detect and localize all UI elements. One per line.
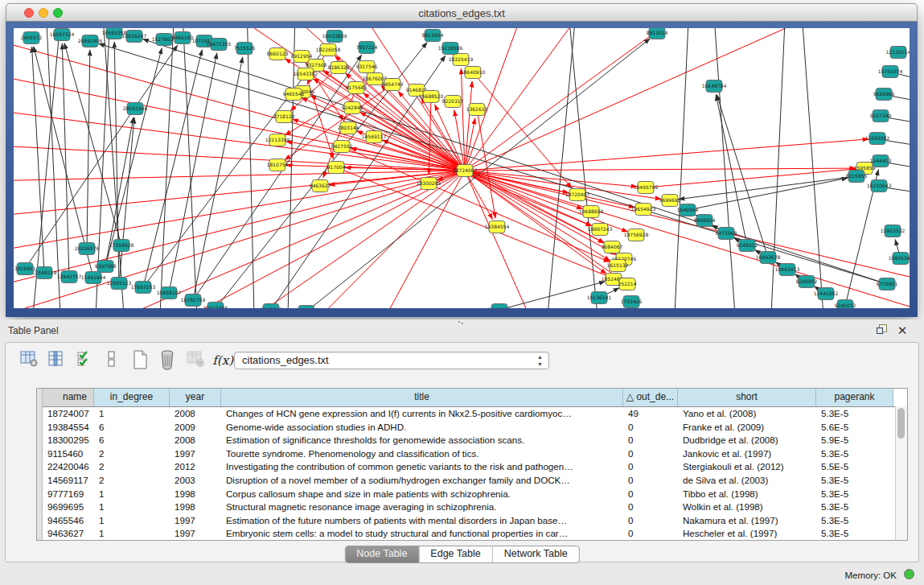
graph-node[interactable]: 12213399 — [265, 134, 290, 146]
scrollbar-thumb[interactable] — [897, 408, 905, 439]
table-row[interactable]: 946554611997Estimation of the future num… — [43, 513, 896, 527]
graph-node[interactable]: 12441052 — [814, 288, 839, 300]
graph-node[interactable]: 8958924 — [694, 215, 716, 227]
show-column-button[interactable] — [44, 349, 68, 372]
column-header-out_de[interactable]: △ out_de... — [623, 389, 678, 406]
graph-node[interactable]: 20206576 — [75, 243, 100, 255]
create-column-button[interactable] — [128, 349, 152, 372]
graph-node[interactable]: 24501232 — [487, 304, 512, 309]
network-canvas[interactable]: 1872400786601238912954182260589327508818… — [14, 28, 910, 308]
graph-node[interactable]: 28053346 — [123, 103, 148, 115]
graph-node[interactable]: 8454749 — [382, 79, 404, 91]
graph-node[interactable]: 9227349 — [870, 110, 892, 122]
graph-node[interactable]: 10958107 — [157, 287, 182, 299]
graph-node[interactable]: 16993678 — [756, 252, 781, 264]
table-row[interactable]: 977716911998Corpus callosum shape and si… — [43, 487, 896, 501]
graph-node[interactable]: 13942757 — [57, 271, 82, 283]
graph-node[interactable]: 1615132 — [607, 260, 629, 272]
graph-node[interactable]: 2405572 — [21, 32, 43, 44]
graph-node[interactable]: 18640910 — [461, 67, 486, 79]
graph-node[interactable]: 17359928 — [109, 240, 134, 252]
graph-node[interactable]: 9862902 — [296, 306, 318, 309]
graph-node[interactable]: 252214 — [618, 278, 637, 290]
graph-node[interactable]: 8813054 — [422, 30, 444, 42]
column-header-short[interactable]: short — [678, 389, 816, 406]
table-row[interactable]: 1938455462009Genome-wide association stu… — [43, 420, 896, 434]
table-select-dropdown[interactable]: citations_edges.txt ▲▼ — [234, 352, 549, 369]
float-panel-icon[interactable] — [874, 323, 889, 338]
graph-node[interactable]: 12923466 — [203, 303, 228, 309]
graph-node[interactable]: 8466160 — [172, 32, 194, 44]
graph-node[interactable]: 2718120 — [273, 111, 295, 123]
graph-node[interactable]: 9245072 — [835, 300, 856, 309]
column-header-title[interactable]: title — [221, 389, 623, 406]
graph-node[interactable]: 6473568 — [716, 228, 737, 240]
graph-node[interactable]: 18226058 — [316, 44, 341, 56]
graph-node[interactable]: 10463413 — [775, 264, 800, 276]
graph-node[interactable]: 18325419 — [449, 54, 474, 66]
graph-node[interactable]: 9465546 — [283, 89, 305, 101]
table-row[interactable]: 911546021997Tourette syndrome. Phenomeno… — [43, 447, 896, 460]
graph-node[interactable]: 11903332 — [881, 225, 906, 237]
column-header-name[interactable]: name — [43, 389, 94, 406]
graph-node[interactable]: 8290952 — [796, 276, 818, 288]
graph-node[interactable]: 18907243 — [588, 224, 613, 236]
graph-node[interactable]: 19218586 — [438, 43, 463, 55]
graph-node[interactable]: 2803144 — [338, 122, 359, 134]
column-header-in_degree[interactable]: in_degree — [94, 389, 170, 406]
column-header-year[interactable]: year — [170, 389, 221, 406]
memory-status-indicator[interactable] — [904, 569, 914, 579]
graph-node[interactable]: 16210643 — [867, 180, 892, 192]
change-table-mode-button[interactable] — [17, 349, 41, 372]
graph-node[interactable]: 6770951 — [877, 278, 898, 290]
apply-function-button[interactable]: f(x) — [211, 349, 235, 372]
graph-node[interactable]: 7857224 — [356, 42, 378, 54]
tab-network-table[interactable]: Network Table — [493, 546, 579, 562]
graph-node[interactable]: 9175685 — [346, 82, 368, 94]
table-row[interactable]: 1830029562008Estimation of significance … — [43, 433, 896, 447]
graph-node[interactable]: 18495796 — [634, 182, 659, 194]
graph-node[interactable]: 15751074 — [878, 66, 903, 78]
table-row[interactable]: 946362711997Embryonic stem cells: a mode… — [43, 526, 896, 540]
graph-node[interactable]: 9245012 — [737, 240, 758, 252]
graph-node[interactable]: 19384554 — [485, 221, 510, 233]
graph-node[interactable]: 10905342 — [889, 253, 910, 265]
graph-node[interactable]: 16648784 — [702, 80, 727, 93]
column-header-pagerank[interactable]: pagerank — [816, 389, 893, 406]
graph-node[interactable]: 16057324 — [50, 29, 75, 41]
tab-edge-table[interactable]: Edge Table — [419, 546, 492, 562]
graph-node[interactable]: 1810754 — [267, 159, 289, 171]
graph-node[interactable]: 9317546 — [356, 61, 378, 73]
table-row[interactable]: 1872400712008Changes of HCN gene express… — [43, 406, 896, 420]
graph-node[interactable]: 16033809 — [322, 31, 347, 43]
table-row[interactable]: 2242004622012Investigating the contribut… — [43, 459, 896, 473]
graph-node[interactable]: 1640954 — [677, 204, 699, 216]
close-panel-icon[interactable]: ✕ — [895, 323, 910, 338]
toggle-rows-button[interactable] — [100, 349, 124, 372]
graph-node[interactable]: 3915901 — [14, 263, 36, 275]
graph-node[interactable]: 10688609 — [579, 206, 604, 218]
tab-node-table[interactable]: Node Table — [345, 546, 419, 562]
graph-node[interactable]: 17957253 — [131, 282, 156, 294]
graph-node[interactable]: 12093582 — [865, 133, 890, 145]
graph-node[interactable]: 1244413 — [870, 155, 892, 167]
graph-node[interactable]: 8220317 — [442, 96, 464, 108]
graph-node[interactable]: 8148906 — [261, 304, 282, 309]
graph-node[interactable]: 19654923 — [631, 204, 656, 216]
graph-node[interactable]: 11451944 — [81, 272, 106, 284]
delete-column-button[interactable] — [155, 349, 179, 372]
graph-node[interactable]: 7515526 — [234, 43, 256, 55]
window-titlebar[interactable]: citations_edges.txt — [6, 3, 918, 22]
graph-node[interactable]: 8427552 — [331, 141, 353, 153]
graph-node[interactable]: 917004 — [327, 162, 346, 174]
graph-node[interactable]: 9463627 — [310, 180, 331, 192]
graph-node[interactable]: 8215955 — [846, 171, 868, 183]
graph-node[interactable]: 20891406 — [78, 35, 103, 47]
graph-node[interactable]: 9242848 — [342, 102, 363, 114]
graph-node[interactable]: 12505123 — [107, 278, 132, 290]
graph-node[interactable]: 19756928 — [624, 229, 649, 241]
graph-node[interactable]: 9397588 — [95, 261, 117, 273]
graph-node[interactable]: 8813014 — [647, 28, 668, 39]
graph-node[interactable]: 9699695 — [659, 195, 681, 207]
graph-node[interactable]: 9684067 — [602, 241, 623, 253]
